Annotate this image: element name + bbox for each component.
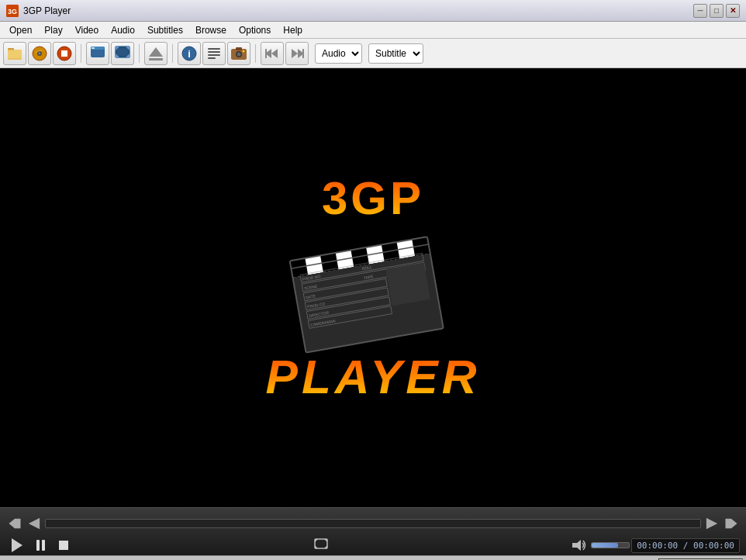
open-file-button[interactable] bbox=[3, 42, 26, 65]
open-disc-button[interactable] bbox=[28, 42, 51, 65]
subtitle-dropdown[interactable]: Subtitle bbox=[368, 43, 423, 64]
controls-right: 00:00:00 / 00:00:00 bbox=[568, 534, 740, 556]
toolbar-stop-button[interactable] bbox=[53, 42, 76, 65]
svg-rect-67 bbox=[315, 539, 327, 548]
separator-3 bbox=[172, 44, 173, 63]
svg-marker-30 bbox=[271, 49, 278, 58]
svg-marker-66 bbox=[731, 519, 737, 529]
svg-rect-62 bbox=[15, 519, 21, 529]
svg-point-26 bbox=[237, 52, 241, 56]
svg-marker-32 bbox=[292, 49, 298, 58]
menu-options[interactable]: Options bbox=[233, 23, 277, 37]
menu-video[interactable]: Video bbox=[69, 23, 105, 37]
controls-left bbox=[6, 534, 74, 556]
seek-bar-row bbox=[6, 513, 740, 534]
menu-audio[interactable]: Audio bbox=[105, 23, 141, 37]
pause-button[interactable] bbox=[29, 534, 51, 556]
svg-rect-34 bbox=[302, 49, 304, 58]
svg-rect-10 bbox=[61, 50, 67, 57]
svg-rect-51 bbox=[385, 262, 430, 306]
svg-rect-23 bbox=[208, 57, 216, 59]
svg-rect-17 bbox=[149, 58, 163, 60]
seek-bar[interactable] bbox=[45, 519, 701, 528]
video-area: 3GP bbox=[0, 68, 746, 507]
svg-rect-31 bbox=[265, 49, 267, 58]
menu-play[interactable]: Play bbox=[38, 23, 68, 37]
restore-button[interactable]: □ bbox=[710, 4, 724, 18]
volume-slider[interactable] bbox=[591, 542, 630, 548]
volume-fill bbox=[592, 543, 618, 548]
toolbar-prev-button[interactable] bbox=[261, 42, 284, 65]
logo-bottom-text: PLAYER bbox=[266, 349, 481, 404]
separator-1 bbox=[81, 44, 81, 63]
capture-button[interactable] bbox=[227, 42, 250, 65]
svg-rect-4 bbox=[8, 50, 22, 58]
stop-button[interactable] bbox=[53, 534, 74, 556]
logo-container: 3GP bbox=[266, 171, 481, 404]
svg-point-7 bbox=[39, 52, 41, 54]
clapperboard-image: PROD NO. ROLL SCENE TAKE DATE PROD.CO DI… bbox=[278, 213, 453, 361]
close-button[interactable]: ✕ bbox=[726, 4, 740, 18]
minimize-button[interactable]: ─ bbox=[693, 4, 707, 18]
audio-dropdown[interactable]: Audio bbox=[315, 43, 362, 64]
eject-button[interactable] bbox=[144, 42, 168, 65]
menu-subtitles[interactable]: Subtitles bbox=[141, 23, 189, 37]
svg-marker-63 bbox=[29, 518, 40, 529]
play-button[interactable] bbox=[6, 534, 28, 556]
toolbar: i bbox=[0, 39, 746, 68]
svg-marker-64 bbox=[706, 518, 717, 529]
svg-rect-27 bbox=[236, 47, 242, 50]
fullscreen-toggle-button[interactable] bbox=[310, 534, 332, 556]
svg-rect-20 bbox=[208, 48, 220, 50]
title-bar: 3G 3GP Player ─ □ ✕ bbox=[0, 0, 746, 22]
svg-marker-68 bbox=[572, 540, 581, 551]
svg-point-28 bbox=[243, 50, 245, 52]
svg-rect-15 bbox=[117, 48, 128, 56]
fullscreen-button[interactable] bbox=[111, 42, 134, 65]
time-display: 00:00:00 / 00:00:00 bbox=[631, 538, 740, 553]
svg-marker-61 bbox=[9, 519, 16, 529]
toolbar-next-button[interactable] bbox=[285, 42, 309, 65]
menu-help[interactable]: Help bbox=[277, 23, 309, 37]
menu-open[interactable]: Open bbox=[3, 23, 38, 37]
volume-button[interactable] bbox=[568, 534, 589, 556]
seek-back-button[interactable] bbox=[6, 513, 23, 534]
controls-center bbox=[310, 534, 332, 556]
menu-browse[interactable]: Browse bbox=[189, 23, 233, 37]
window-mode-button[interactable] bbox=[86, 42, 109, 65]
menu-bar: Open Play Video Audio Subtitles Browse O… bbox=[0, 22, 746, 39]
seek-back-small-button[interactable] bbox=[26, 513, 42, 534]
svg-rect-65 bbox=[726, 519, 732, 529]
app-icon: 3G bbox=[6, 5, 19, 17]
svg-rect-13 bbox=[92, 47, 95, 49]
seek-forward-small-button[interactable] bbox=[704, 513, 720, 534]
svg-marker-16 bbox=[149, 47, 163, 57]
svg-rect-22 bbox=[208, 54, 220, 56]
svg-text:i: i bbox=[188, 48, 191, 60]
separator-4 bbox=[255, 44, 256, 63]
controls-row: 00:00:00 / 00:00:00 bbox=[6, 534, 740, 556]
separator-2 bbox=[139, 44, 140, 63]
seek-forward-button[interactable] bbox=[723, 513, 740, 534]
window-title: 3GP Player bbox=[23, 5, 691, 16]
svg-rect-21 bbox=[208, 51, 220, 53]
controls-bar: 00:00:00 / 00:00:00 bbox=[0, 507, 746, 555]
playlist-button[interactable] bbox=[202, 42, 226, 65]
svg-text:3G: 3G bbox=[8, 8, 17, 16]
info-button[interactable]: i bbox=[178, 42, 201, 65]
